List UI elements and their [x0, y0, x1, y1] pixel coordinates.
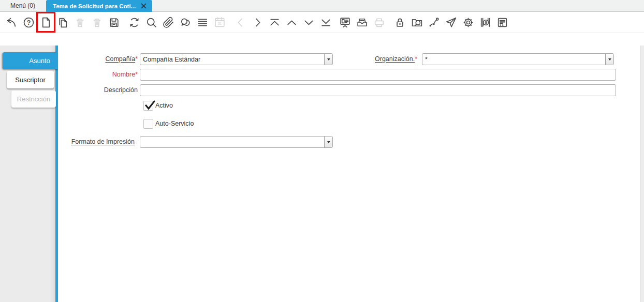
tab-active-label: Tema de Solicitud para Coti... [53, 3, 136, 9]
chevron-down-icon [327, 58, 330, 62]
delete-record-icon [71, 13, 89, 32]
vertical-scrollbar[interactable] [640, 46, 644, 302]
chevron-down-icon [608, 58, 611, 62]
chat-icon[interactable] [177, 13, 194, 32]
parent-record-icon [232, 13, 249, 32]
new-record-icon[interactable] [37, 13, 54, 32]
detail-record-icon[interactable] [249, 13, 266, 32]
window-tab-bar: Menú (0) Tema de Solicitud para Coti... [0, 0, 644, 12]
formato-impresion-input[interactable] [140, 137, 324, 147]
auto-servicio-checkbox[interactable] [143, 119, 153, 129]
activo-checkbox[interactable] [143, 101, 153, 111]
compania-combo [140, 53, 333, 65]
checkmark-icon [143, 99, 156, 112]
tab-active-window[interactable]: Tema de Solicitud para Coti... [46, 0, 152, 12]
chevron-down-icon [327, 141, 330, 145]
window-content: Asunto Suscriptor Restricción Compañía* … [0, 46, 644, 302]
organizacion-combo [422, 53, 614, 65]
organizacion-input[interactable] [422, 54, 605, 65]
auto-servicio-label: Auto-Servicio [155, 119, 194, 129]
copy-record-icon[interactable] [54, 13, 71, 32]
refresh-icon[interactable] [126, 13, 143, 32]
formato-impresion-combo [140, 136, 333, 148]
formato-impresion-label: Formato de Impresión [0, 136, 135, 148]
tab-menu[interactable]: Menú (0) [2, 0, 44, 11]
help-icon[interactable]: ? [20, 13, 37, 32]
share-icon[interactable] [443, 13, 460, 32]
workflow-icon[interactable] [426, 13, 443, 32]
quick-form-icon[interactable] [494, 13, 511, 32]
toolbar: ? 31 [0, 12, 644, 33]
compania-dropdown-button[interactable] [324, 54, 332, 65]
grid-toggle-icon[interactable] [194, 13, 211, 32]
svg-text:31: 31 [218, 22, 222, 25]
last-record-icon[interactable] [317, 13, 334, 32]
archive-icon[interactable] [354, 13, 371, 32]
report-icon[interactable] [336, 13, 354, 32]
print-icon [371, 13, 388, 32]
attachment-icon[interactable] [160, 13, 177, 32]
undo-icon[interactable] [3, 13, 20, 32]
calendar-icon: 31 [211, 13, 228, 32]
organizacion-label: Organización.* [336, 53, 417, 65]
lock-icon[interactable] [391, 13, 408, 32]
descripcion-input[interactable] [140, 84, 616, 96]
sidebar-tab-restriccion: Restricción [11, 90, 56, 108]
find-icon[interactable] [143, 13, 160, 32]
next-record-icon[interactable] [300, 13, 317, 32]
close-icon[interactable] [140, 3, 147, 9]
first-record-icon[interactable] [266, 13, 283, 32]
nombre-input[interactable] [140, 69, 616, 81]
organizacion-dropdown-button[interactable] [605, 54, 613, 65]
compania-input[interactable] [140, 54, 324, 65]
product-info-icon[interactable] [477, 13, 494, 32]
formato-impresion-dropdown-button[interactable] [324, 137, 332, 147]
sidebar-tab-suscriptor[interactable]: Suscriptor [7, 71, 54, 88]
svg-text:?: ? [27, 18, 31, 26]
save-icon[interactable] [106, 13, 123, 32]
process-icon[interactable] [460, 13, 477, 32]
previous-record-icon[interactable] [283, 13, 300, 32]
delete-selection-icon [89, 13, 106, 32]
activo-label: Activo [155, 101, 173, 111]
sidebar-tab-asunto[interactable]: Asunto [3, 52, 58, 69]
zoom-across-icon[interactable] [408, 13, 426, 32]
